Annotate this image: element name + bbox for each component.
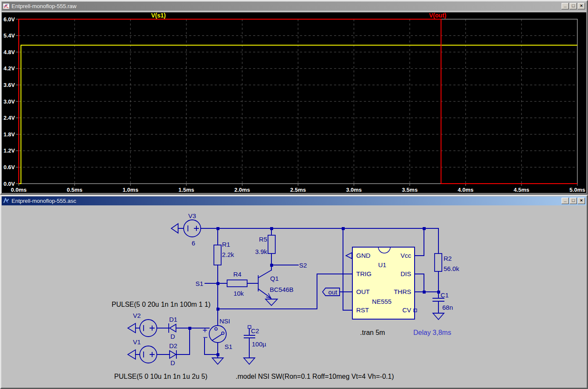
x-tick-label: 2.0ms	[234, 187, 250, 193]
close-button[interactable]: ×	[578, 198, 585, 204]
y-tick-label: 4.2V	[3, 65, 15, 72]
schematic-canvas[interactable]: V3 6 R1 2.2k R5 3.9k R4	[2, 207, 586, 387]
plus-mark	[203, 328, 207, 332]
q1-value[interactable]: BC546B	[270, 286, 294, 293]
legend-V(s1)[interactable]: V(s1)	[151, 12, 166, 19]
v2-name[interactable]: V2	[133, 312, 141, 319]
resistor-R2[interactable]: R2 56.0k	[435, 254, 459, 272]
x-tick-label: 0.0ms	[11, 187, 27, 193]
maximize-button[interactable]: □	[570, 198, 577, 204]
pin-thrs: THRS	[394, 288, 411, 295]
resistor-R1[interactable]: R1 2.2k	[214, 241, 234, 265]
y-tick-label: 1.8V	[3, 131, 15, 138]
r2-name[interactable]: R2	[444, 255, 452, 262]
plot-window-titlebar[interactable]: Entprell-monoflop-555.raw _ □ ×	[2, 2, 586, 11]
pin-trig: TRIG	[356, 270, 372, 277]
waveform-plot-area[interactable]: 0.0ms0.5ms1.0ms1.5ms2.0ms2.5ms3.0ms3.5ms…	[2, 12, 586, 193]
minimize-button[interactable]: _	[562, 198, 569, 204]
net-label-s2[interactable]: S2	[299, 262, 307, 269]
r2-value[interactable]: 56.0k	[444, 265, 459, 272]
diode-D2[interactable]: D2 D	[169, 342, 177, 366]
x-tick-label: 0.5ms	[67, 187, 83, 193]
r5-value[interactable]: 3.9k	[255, 248, 268, 255]
v3-value[interactable]: 6	[192, 239, 195, 247]
pin-gnd: GND	[356, 252, 371, 259]
r1-name[interactable]: R1	[222, 241, 230, 248]
schematic-window-title: Entprell-monoflop-555.asc	[12, 198, 560, 204]
sw-model-label[interactable]: NSI	[219, 317, 230, 325]
y-tick-label: 3.6V	[3, 82, 15, 88]
capacitor-C1[interactable]: C1 68n	[433, 291, 453, 311]
net-label-out[interactable]: out	[329, 288, 338, 296]
x-tick-label: 2.5ms	[290, 187, 306, 193]
schematic-window: Entprell-monoflop-555.asc _ □ ×	[0, 195, 588, 389]
waveform-window-icon	[3, 3, 10, 9]
contact-dot	[222, 332, 224, 334]
capacitor-C2[interactable]: C2 100µ	[244, 326, 266, 348]
v1-pulse-spec[interactable]: PULSE(5 0 10u 1n 1n 1u 2u 5)	[114, 373, 208, 380]
net-flag-out[interactable]: out	[323, 288, 340, 296]
v2-pulse-spec[interactable]: PULSE(5 0 20u 1n 1n 100m 1 1)	[112, 301, 210, 308]
x-tick-label: 3.5ms	[402, 187, 418, 193]
resistor-R5[interactable]: R5 3.9k	[255, 235, 275, 255]
x-tick-label: 4.0ms	[458, 187, 473, 193]
ic-U1-NE555[interactable]: GND TRIG OUT RST Vcc DIS THRS CV U1 NE55…	[352, 247, 417, 319]
close-button[interactable]: ×	[578, 3, 585, 9]
d2-value[interactable]: D	[170, 359, 175, 366]
voltage-source-V1[interactable]: V1	[133, 338, 157, 363]
transistor-Q1[interactable]: Q1 BC546B	[258, 270, 294, 299]
u1-part[interactable]: NE555	[372, 298, 392, 305]
schematic-window-icon	[3, 198, 10, 204]
x-tick-label: 1.5ms	[179, 187, 194, 193]
pin-dis: DIS	[401, 270, 411, 277]
c1-name[interactable]: C1	[441, 291, 449, 299]
v3-name[interactable]: V3	[188, 212, 196, 219]
comment-delay[interactable]: Delay 3,8ms	[413, 329, 451, 336]
contact-dot	[215, 328, 217, 330]
c1-value[interactable]: 68n	[442, 304, 453, 311]
v1-name[interactable]: V1	[133, 338, 141, 346]
y-tick-label: 0.6V	[3, 164, 15, 170]
r5-name[interactable]: R5	[259, 236, 267, 243]
d2-name[interactable]: D2	[169, 342, 177, 349]
y-tick-label: 6.0V	[3, 16, 15, 23]
y-tick-label: 4.8V	[3, 49, 15, 55]
minimize-button[interactable]: _	[562, 3, 569, 9]
plus-mark	[150, 326, 154, 330]
q1-name[interactable]: Q1	[270, 275, 279, 282]
y-tick-label: 0.0V	[3, 181, 15, 187]
diode-D1[interactable]: D1 D	[169, 316, 177, 340]
y-tick-label: 5.4V	[3, 32, 15, 39]
legend-V(out)[interactable]: V(out)	[429, 12, 446, 19]
directive-tran[interactable]: .tran 5m	[360, 329, 385, 336]
x-tick-label: 3.0ms	[346, 187, 362, 193]
resistor-R4[interactable]: R4 10k	[227, 271, 247, 297]
r1-value[interactable]: 2.2k	[222, 251, 234, 258]
y-tick-label: 1.2V	[3, 147, 15, 154]
collector	[258, 270, 271, 278]
switch-arm	[212, 334, 222, 340]
c2-name[interactable]: C2	[251, 327, 259, 334]
waveform-plot[interactable]: 0.0ms0.5ms1.0ms1.5ms2.0ms2.5ms3.0ms3.5ms…	[2, 12, 586, 194]
r4-name[interactable]: R4	[233, 271, 241, 278]
maximize-button[interactable]: □	[570, 3, 577, 9]
u1-name[interactable]: U1	[378, 261, 386, 268]
r4-value[interactable]: 10k	[233, 290, 244, 297]
voltage-source-V3[interactable]: V3 6	[184, 212, 201, 247]
voltage-source-V2[interactable]: V2	[133, 312, 157, 337]
schematic-drawing[interactable]: V3 6 R1 2.2k R5 3.9k R4	[2, 207, 586, 387]
sw-name[interactable]: S1	[225, 343, 232, 350]
net-label-s1[interactable]: S1	[196, 280, 203, 287]
schematic-window-titlebar[interactable]: Entprell-monoflop-555.asc _ □ ×	[2, 196, 586, 205]
pin-vcc: Vcc	[401, 252, 412, 259]
d1-name[interactable]: D1	[169, 316, 177, 323]
c2-unconnected-pin	[248, 326, 251, 328]
x-tick-label: 4.5ms	[513, 187, 529, 193]
pin-out: OUT	[356, 288, 370, 295]
d1-value[interactable]: D	[170, 333, 175, 340]
c2-value[interactable]: 100µ	[252, 340, 266, 348]
pin-cv: CV	[402, 306, 411, 314]
directive-model[interactable]: .model NSI SW(Ron=0.1 Roff=10meg Vt=4 Vh…	[236, 373, 394, 380]
y-tick-label: 3.0V	[3, 98, 15, 105]
plus-mark	[194, 226, 199, 231]
